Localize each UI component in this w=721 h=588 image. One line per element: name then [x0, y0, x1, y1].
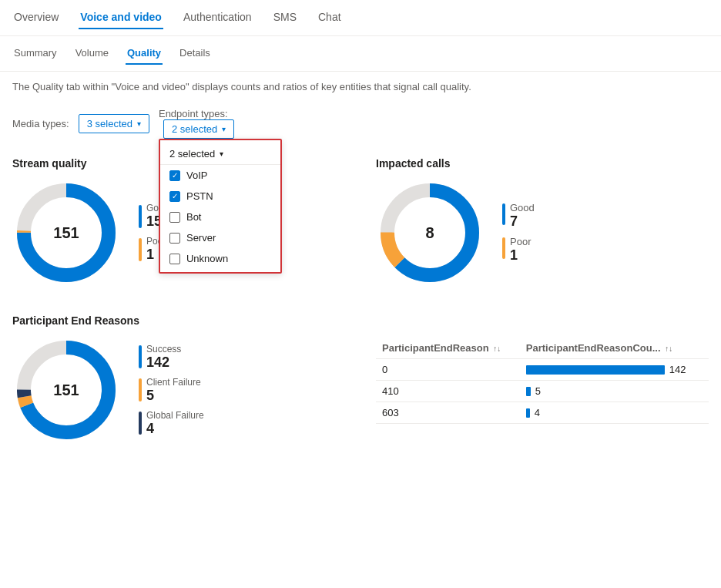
count-value: 5: [535, 385, 541, 397]
dropdown-header: 2 selected ▾: [160, 143, 280, 165]
media-types-label: Media types:: [12, 118, 69, 129]
participant-table: ParticipantEndReason ↑↓ ParticipantEndRe…: [376, 338, 709, 424]
impacted-calls-donut-area: 8 Good 7 Poor 1: [376, 179, 709, 287]
reason-cell: 0: [376, 359, 520, 381]
media-types-value: 3 selected: [87, 118, 132, 129]
client-failure-bar: [139, 378, 142, 402]
media-types-button[interactable]: 3 selected ▾: [79, 114, 149, 133]
tab-details[interactable]: Details: [178, 42, 212, 65]
tab-summary[interactable]: Summary: [12, 42, 59, 65]
client-failure-value: 5: [146, 388, 201, 404]
count-cell: 4: [520, 402, 709, 424]
stream-good-bar: [139, 205, 142, 228]
impacted-calls-donut: 8: [376, 179, 484, 287]
page-description: The Quality tab within "Voice and video"…: [0, 72, 721, 102]
stream-quality-center: 151: [53, 224, 79, 242]
nav-overview[interactable]: Overview: [12, 6, 60, 29]
participant-table-section: ParticipantEndReason ↑↓ ParticipantEndRe…: [376, 314, 709, 444]
impacted-good-bar: [502, 203, 505, 225]
participant-donut: 151: [12, 336, 120, 444]
endpoint-option-voip[interactable]: ✓ VoIP: [160, 165, 280, 186]
impacted-calls-legend: Good 7 Poor 1: [502, 202, 535, 264]
success-value: 142: [146, 354, 181, 371]
participant-legend: Success 142 Client Failure 5 Global Fail…: [139, 344, 204, 437]
client-failure-legend: Client Failure 5: [139, 377, 204, 404]
tab-quality[interactable]: Quality: [126, 42, 163, 65]
impacted-good-label: Good: [510, 202, 535, 213]
bar-container: 5: [526, 385, 703, 397]
count-bar: [526, 408, 530, 418]
reason-cell: 410: [376, 381, 520, 402]
unknown-label: Unknown: [186, 253, 228, 264]
endpoint-types-button[interactable]: 2 selected ▾: [163, 119, 234, 139]
bot-checkbox[interactable]: [169, 212, 180, 223]
nav-chat[interactable]: Chat: [317, 6, 343, 29]
tab-volume[interactable]: Volume: [74, 42, 110, 65]
bar-container: 142: [526, 364, 703, 375]
nav-voice-video[interactable]: Voice and video: [79, 6, 163, 29]
impacted-poor-label: Poor: [510, 236, 531, 247]
count-cell: 5: [520, 381, 709, 402]
impacted-good-value: 7: [510, 213, 535, 230]
success-legend: Success 142: [139, 344, 204, 371]
table-row: 603 4: [376, 402, 709, 424]
voip-label: VoIP: [186, 170, 207, 181]
server-checkbox[interactable]: [169, 233, 180, 244]
count-value: 4: [535, 407, 540, 418]
participant-donut-area: 151 Success 142 Client Failure 5: [12, 336, 345, 444]
top-nav: Overview Voice and video Authentication …: [0, 0, 721, 36]
sort-icon-reason[interactable]: ↑↓: [493, 344, 501, 353]
impacted-poor-legend: Poor 1: [502, 236, 535, 264]
count-cell: 142: [520, 359, 709, 381]
impacted-poor-value: 1: [510, 247, 531, 264]
endpoint-option-unknown[interactable]: Unknown: [160, 248, 280, 269]
global-failure-label: Global Failure: [146, 410, 204, 421]
endpoint-chevron-icon: ▾: [222, 125, 226, 133]
nav-sms[interactable]: SMS: [272, 6, 298, 29]
endpoint-types-value: 2 selected: [172, 123, 217, 135]
sub-nav: Summary Volume Quality Details: [0, 36, 721, 72]
pstn-checkbox[interactable]: ✓: [169, 191, 180, 202]
impacted-poor-bar: [502, 237, 505, 259]
impacted-good-legend: Good 7: [502, 202, 535, 230]
stream-poor-bar: [139, 238, 142, 261]
voip-checkbox[interactable]: ✓: [169, 170, 180, 181]
global-failure-legend: Global Failure 4: [139, 410, 204, 437]
participant-donut-center: 151: [53, 381, 79, 399]
media-types-chevron-icon: ▾: [137, 119, 141, 128]
endpoint-option-bot[interactable]: Bot: [160, 207, 280, 227]
col-header-reason[interactable]: ParticipantEndReason ↑↓: [376, 338, 520, 359]
sort-icon-count[interactable]: ↑↓: [665, 344, 672, 353]
unknown-checkbox[interactable]: [169, 254, 180, 264]
pstn-label: PSTN: [186, 190, 213, 202]
participant-end-reasons-section: Participant End Reasons 151: [12, 314, 345, 444]
reason-cell: 603: [376, 402, 520, 424]
count-bar: [526, 387, 531, 396]
global-failure-value: 4: [146, 421, 204, 437]
endpoint-option-pstn[interactable]: ✓ PSTN: [160, 186, 280, 207]
dropdown-chevron-icon: ▾: [220, 150, 223, 158]
endpoint-dropdown: 2 selected ▾ ✓ VoIP ✓ PSTN Bot Server U: [159, 139, 282, 274]
impacted-calls-title: Impacted calls: [376, 157, 709, 170]
endpoint-types-wrapper: Endpoint types: 2 selected ▾ 2 selected …: [159, 108, 234, 139]
participant-end-reasons-title: Participant End Reasons: [12, 314, 345, 327]
bot-label: Bot: [186, 211, 202, 223]
table-row: 0 142: [376, 359, 709, 381]
success-bar: [139, 345, 142, 368]
impacted-calls-section: Impacted calls 8 Good 7: [376, 157, 709, 287]
bottom-sections: Participant End Reasons 151: [0, 314, 721, 456]
server-label: Server: [186, 232, 216, 244]
dropdown-header-value: 2 selected: [169, 148, 215, 160]
global-failure-bar: [139, 412, 142, 435]
col-header-count[interactable]: ParticipantEndReasonCou... ↑↓: [520, 338, 709, 359]
count-value: 142: [669, 364, 686, 375]
client-failure-label: Client Failure: [146, 377, 201, 388]
endpoint-option-server[interactable]: Server: [160, 227, 280, 248]
nav-authentication[interactable]: Authentication: [182, 6, 253, 29]
success-label: Success: [146, 344, 181, 354]
impacted-calls-center: 8: [425, 224, 434, 242]
endpoint-types-label: Endpoint types:: [159, 108, 228, 119]
count-bar: [526, 365, 665, 375]
table-row: 410 5: [376, 381, 709, 402]
main-charts: Stream quality 151 Good 150: [0, 145, 721, 299]
